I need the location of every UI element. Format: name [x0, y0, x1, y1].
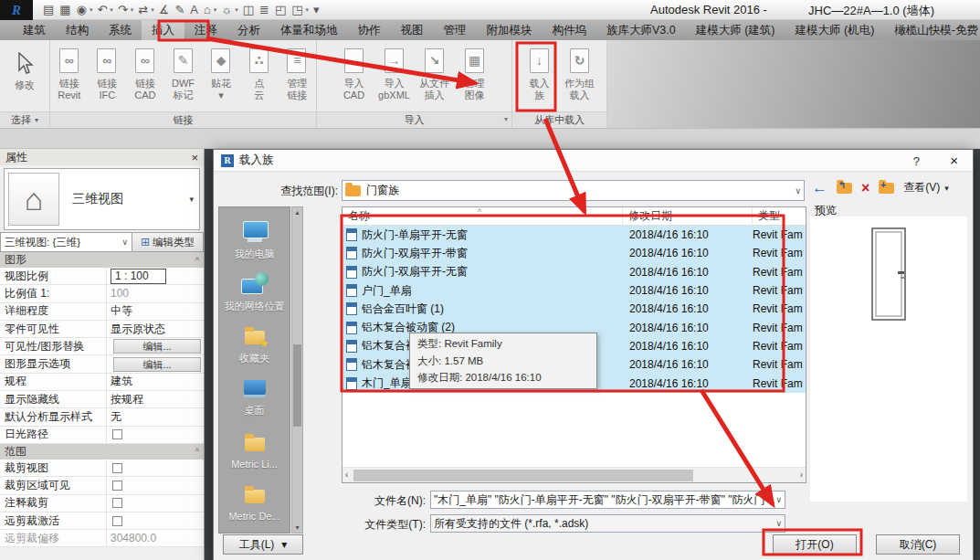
column-header-date[interactable]: 修改日期 [623, 207, 753, 225]
point-cloud-button[interactable]: ∴点云 [240, 45, 279, 100]
scroll-up-icon[interactable]: ▴ [292, 208, 302, 217]
sync-icon[interactable]: ◉ [77, 0, 87, 20]
switch-windows-caret-icon[interactable]: ▾ [306, 6, 310, 14]
cancel-button[interactable]: 取消(C) [876, 534, 960, 555]
property-value[interactable]: 显示原状态 [106, 321, 204, 337]
property-value[interactable] [106, 477, 204, 493]
look-in-combo[interactable]: 门窗族 ∨ [342, 180, 805, 201]
load-as-group-button[interactable]: ↻作为组载入 [560, 45, 600, 100]
redo-icon[interactable]: ↷ [118, 0, 128, 20]
property-value[interactable]: 编辑... [106, 355, 204, 372]
load-family-button[interactable]: ↓载入族 [520, 45, 560, 100]
text-icon[interactable]: A [190, 0, 198, 20]
property-value[interactable]: 无 [106, 408, 204, 425]
undo-icon[interactable]: ↶ [97, 0, 107, 20]
property-value[interactable] [106, 427, 204, 443]
property-value[interactable]: 1 : 100 [106, 268, 204, 284]
type-selector[interactable]: ⌂ 三维视图 ▾ [4, 168, 200, 230]
undo-caret-icon[interactable]: ▾ [110, 6, 113, 14]
checkbox-unchecked[interactable] [112, 516, 122, 526]
redo-caret-icon[interactable]: ▾ [131, 6, 134, 14]
tab-8[interactable]: 协作 [348, 20, 391, 40]
checkbox-unchecked[interactable] [112, 429, 122, 439]
places-item[interactable]: Metric Li... [219, 419, 290, 471]
property-value[interactable] [106, 512, 204, 529]
manage-images-button[interactable]: ▦管理图像 [455, 45, 495, 100]
insert-from-file-button[interactable]: ↘从文件插入 [415, 45, 455, 100]
back-icon[interactable]: ← [812, 180, 827, 195]
import-cad-button[interactable]: →导入CAD [334, 45, 374, 100]
scroll-right-icon[interactable]: › [800, 470, 803, 480]
panel-label-select[interactable]: 选择▾ [0, 111, 49, 128]
checkbox-unchecked[interactable] [112, 498, 122, 508]
property-value[interactable] [106, 495, 204, 512]
pin-icon[interactable]: ^ [195, 256, 199, 265]
places-item[interactable]: ★收藏夹 [219, 315, 290, 367]
dimension-caret-icon[interactable]: ▾ [151, 6, 154, 14]
link-revit-button[interactable]: ∞链接Revit [50, 45, 89, 100]
sync-caret-icon[interactable]: ▾ [90, 6, 93, 14]
panel-label-link[interactable]: 链接 [50, 111, 316, 128]
dwf-markup-button[interactable]: ✎DWF标记 [164, 45, 203, 100]
column-header-type[interactable]: 类型 [753, 207, 806, 225]
tab-13[interactable]: 族库大师V3.0 [596, 20, 686, 40]
up-one-level-icon[interactable]: ↰ [837, 183, 852, 194]
new-folder-icon[interactable]: + [879, 183, 894, 194]
tab-1[interactable]: 建筑 [13, 20, 56, 40]
open-icon[interactable]: ▤ [43, 0, 54, 20]
places-item[interactable]: 桌面 [219, 367, 290, 419]
property-value[interactable]: 304800.0 [106, 530, 204, 546]
checkbox-unchecked[interactable] [112, 463, 122, 473]
measure-icon[interactable]: ∡ [159, 0, 170, 20]
default-3d-view-icon[interactable]: ⌂ [204, 0, 211, 20]
table-row[interactable]: 防火门-单扇平开-无窗2018/4/16 16:10Revit Fam [342, 226, 806, 244]
view-menu-button[interactable]: 查看(V) ▾ [903, 180, 949, 195]
places-item[interactable]: 我的电脑 [219, 211, 290, 263]
edit-button[interactable]: 编辑... [113, 357, 201, 372]
dialog-title-bar[interactable]: R 载入族 ? × [214, 150, 973, 172]
tab-16[interactable]: 橄榄山快模-免费 [884, 20, 980, 40]
chevron-down-icon[interactable]: ▾ [189, 195, 194, 204]
tab-14[interactable]: 建模大师 (建筑) [686, 20, 785, 40]
tag-icon[interactable]: ✎ [174, 0, 184, 20]
table-row[interactable]: 防火门-双扇平开-带窗2018/4/16 16:10Revit Fam [342, 244, 806, 262]
file-type-select[interactable]: 所有受支持的文件 (*.rfa, *.adsk) ∨ [430, 514, 785, 533]
table-row[interactable]: 铝合金百叶窗 (1)2018/4/16 16:10Revit Fam [342, 300, 806, 318]
places-item[interactable]: 我的网络位置 [219, 263, 290, 315]
places-scrollbar[interactable]: ▴ ▾ [291, 206, 303, 534]
close-hidden-icon[interactable]: ◰ [275, 0, 286, 20]
property-value[interactable]: 建筑 [106, 374, 204, 390]
property-value[interactable]: 编辑... [106, 338, 204, 354]
tab-2[interactable]: 结构 [56, 20, 99, 40]
tab-11[interactable]: 附加模块 [477, 20, 543, 40]
tab-7[interactable]: 体量和场地 [270, 20, 348, 40]
revit-app-menu-icon[interactable]: R [0, 0, 33, 20]
tab-6[interactable]: 分析 [227, 20, 270, 40]
panel-label-load[interactable]: 从库中载入 [512, 111, 606, 128]
dimension-icon[interactable]: ⇄ [138, 0, 148, 20]
section-header-1[interactable]: 图形^ [0, 252, 204, 268]
customize-icon[interactable]: ▾ [313, 0, 320, 20]
thin-lines-icon[interactable]: ≣ [259, 0, 269, 20]
section-icon[interactable]: ◫ [243, 0, 254, 20]
decal-button[interactable]: ◆贴花▾ [202, 45, 240, 100]
column-header-name[interactable]: 名称 ^ [342, 207, 623, 225]
tab-12[interactable]: 构件坞 [543, 20, 597, 40]
panel-launcher-icon[interactable]: ▾ [504, 115, 508, 123]
view-instance-combo[interactable]: 三维视图: {三维} ∨ [0, 232, 132, 252]
edit-button[interactable]: 编辑... [113, 339, 201, 354]
scroll-left-icon[interactable]: ‹ [345, 470, 348, 480]
import-gbxml-button[interactable]: →导入gbXML [374, 45, 415, 100]
property-value-box[interactable]: 1 : 100 [111, 269, 166, 284]
table-row[interactable]: 户门_单扇2018/4/16 16:10Revit Fam [342, 281, 806, 300]
tab-10[interactable]: 管理 [434, 20, 477, 40]
render-icon[interactable]: ☼ [221, 0, 232, 20]
property-value[interactable] [106, 460, 204, 476]
modify-button[interactable]: 修改 [5, 45, 45, 91]
tab-15[interactable]: 建模大师 (机电) [785, 20, 885, 40]
manage-links-button[interactable]: ≡管理链接 [278, 45, 316, 100]
tab-4[interactable]: 插入 [142, 20, 184, 40]
tab-9[interactable]: 视图 [391, 20, 434, 40]
close-icon[interactable]: × [950, 153, 958, 168]
property-value[interactable]: 中等 [106, 303, 204, 320]
